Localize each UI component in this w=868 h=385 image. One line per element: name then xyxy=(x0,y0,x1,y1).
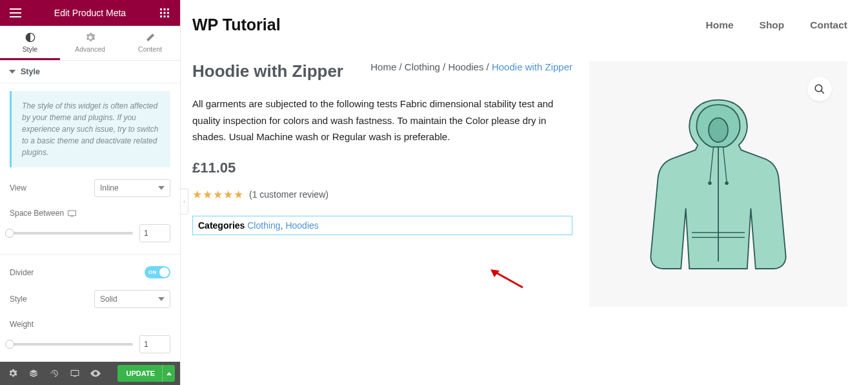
product-area: Hoodie with Zipper Home / Clothing / Hoo… xyxy=(192,61,847,307)
control-view: View Inline xyxy=(10,179,170,197)
zoom-icon[interactable] xyxy=(807,77,832,101)
meta-link-hoodies[interactable]: Hoodies xyxy=(285,220,318,231)
view-select[interactable]: Inline xyxy=(94,179,170,197)
svg-rect-2 xyxy=(167,8,169,10)
svg-rect-12 xyxy=(71,370,79,375)
preview-canvas: WP Tutorial Home Shop Contact Hoodie wit… xyxy=(181,0,868,385)
svg-rect-6 xyxy=(160,16,162,17)
nav-contact[interactable]: Contact xyxy=(810,19,847,31)
nav-shop[interactable]: Shop xyxy=(760,19,785,31)
tab-content[interactable]: Content xyxy=(120,26,180,60)
site-header: WP Tutorial Home Shop Contact xyxy=(192,16,847,34)
site-title: WP Tutorial xyxy=(192,16,281,34)
tab-style[interactable]: Style xyxy=(0,26,60,60)
svg-rect-4 xyxy=(164,12,166,14)
svg-rect-0 xyxy=(160,8,162,10)
tab-label: Content xyxy=(138,45,162,53)
svg-rect-11 xyxy=(71,216,74,216)
product-gallery xyxy=(589,61,847,307)
panel-body: Style The style of this widget is often … xyxy=(0,61,180,362)
apps-icon[interactable] xyxy=(157,5,172,21)
space-slider[interactable] xyxy=(10,232,133,234)
product-meta-categories[interactable]: Categories Clothing, Hoodies xyxy=(192,216,572,235)
crumb-hoodies[interactable]: Hoodies xyxy=(448,61,483,72)
space-label: Space Between xyxy=(10,209,76,218)
editor-sidebar: Edit Product Meta Style Advanced Content… xyxy=(0,0,181,385)
divider-toggle[interactable]: ON xyxy=(145,266,170,278)
star-icons: ★★★★★ xyxy=(192,188,244,202)
meta-link-clothing[interactable]: Clothing xyxy=(247,220,280,231)
tab-label: Style xyxy=(23,45,37,53)
rating-row: ★★★★★ (1 customer review) xyxy=(192,188,572,202)
product-image xyxy=(628,88,809,281)
crumb-clothing[interactable]: Clothing xyxy=(405,61,440,72)
control-divider: Divider ON xyxy=(10,266,170,278)
sidebar-footer: UPDATE xyxy=(0,362,180,385)
svg-rect-13 xyxy=(74,376,76,377)
preview-icon[interactable] xyxy=(85,362,106,385)
crumb-home[interactable]: Home xyxy=(370,61,396,72)
control-space: Space Between xyxy=(10,209,170,218)
responsive-icon[interactable] xyxy=(68,209,76,218)
style-label: Style xyxy=(10,295,27,304)
product-info: Hoodie with Zipper Home / Clothing / Hoo… xyxy=(192,61,572,307)
panel-title: Edit Product Meta xyxy=(54,8,126,18)
breadcrumb: Home / Clothing / Hoodies / Hoodie with … xyxy=(370,61,572,72)
tab-advanced[interactable]: Advanced xyxy=(60,26,120,60)
navigator-icon[interactable] xyxy=(23,362,44,385)
nav-links: Home Shop Contact xyxy=(705,19,847,31)
nav-home[interactable]: Home xyxy=(705,19,733,31)
svg-rect-8 xyxy=(167,16,169,17)
divider-label: Divider xyxy=(10,268,34,277)
control-style: Style Solid xyxy=(10,290,170,308)
product-title: Hoodie with Zipper xyxy=(192,61,343,81)
meta-label: Categories xyxy=(198,220,245,231)
weight-slider[interactable] xyxy=(10,343,133,346)
product-description: All garments are subjected to the follow… xyxy=(192,96,572,145)
svg-rect-1 xyxy=(164,8,166,10)
review-count[interactable]: (1 customer review) xyxy=(249,189,328,200)
weight-value[interactable] xyxy=(139,335,170,353)
svg-point-15 xyxy=(709,118,728,141)
svg-rect-3 xyxy=(160,12,162,14)
tab-label: Advanced xyxy=(75,45,105,53)
space-value[interactable] xyxy=(139,224,170,242)
update-button[interactable]: UPDATE xyxy=(117,365,164,382)
hamburger-icon[interactable] xyxy=(8,5,23,21)
settings-icon[interactable] xyxy=(3,362,23,385)
responsive-icon[interactable] xyxy=(65,362,85,385)
style-notice: The style of this widget is often affect… xyxy=(10,91,170,167)
update-options[interactable] xyxy=(162,365,175,382)
product-price: £11.05 xyxy=(192,160,572,176)
crumb-current[interactable]: Hoodie with Zipper xyxy=(492,61,572,72)
history-icon[interactable] xyxy=(44,362,65,385)
panel-tabs: Style Advanced Content xyxy=(0,26,180,61)
weight-slider-row xyxy=(10,335,170,353)
svg-point-16 xyxy=(708,181,712,185)
section-title: Style xyxy=(21,67,40,76)
section-toggle-style[interactable]: Style xyxy=(0,61,180,83)
control-weight: Weight xyxy=(10,320,170,329)
view-label: View xyxy=(10,183,26,192)
svg-point-17 xyxy=(725,181,729,185)
caret-down-icon xyxy=(9,68,15,75)
svg-rect-10 xyxy=(68,210,76,215)
product-head: Hoodie with Zipper Home / Clothing / Hoo… xyxy=(192,61,572,81)
style-panel: The style of this widget is often affect… xyxy=(0,83,180,361)
svg-rect-7 xyxy=(164,16,166,17)
space-slider-row xyxy=(10,224,170,242)
svg-point-14 xyxy=(815,85,822,92)
weight-label: Weight xyxy=(10,320,34,329)
sidebar-header: Edit Product Meta xyxy=(0,0,180,26)
svg-rect-5 xyxy=(167,12,169,14)
style-select[interactable]: Solid xyxy=(94,290,170,308)
